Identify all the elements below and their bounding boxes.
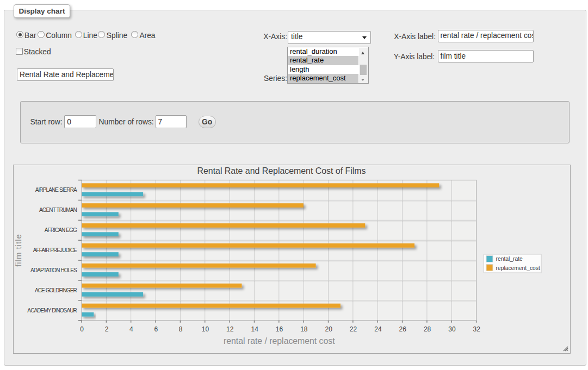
svg-text:Rental Rate and Replacement Co: Rental Rate and Replacement Cost of Film… [197, 166, 366, 175]
svg-text:AGENT TRUMAN: AGENT TRUMAN [39, 207, 77, 213]
svg-text:26: 26 [399, 325, 407, 333]
svg-text:0: 0 [80, 325, 84, 333]
svg-text:18: 18 [300, 325, 308, 333]
svg-text:8: 8 [179, 325, 183, 333]
svg-text:AFRICAN EGG: AFRICAN EGG [45, 227, 77, 233]
svg-text:rental_rate: rental_rate [496, 256, 523, 262]
svg-text:ACADEMY DINOSAUR: ACADEMY DINOSAUR [27, 308, 77, 313]
svg-text:22: 22 [350, 325, 357, 333]
svg-text:6: 6 [154, 325, 158, 333]
svg-text:ACE GOLDFINGER: ACE GOLDFINGER [35, 287, 77, 293]
svg-text:24: 24 [374, 325, 382, 333]
svg-text:32: 32 [473, 325, 481, 333]
svg-text:ADAPTATION HOLES: ADAPTATION HOLES [30, 267, 77, 273]
svg-text:10: 10 [202, 325, 209, 333]
svg-text:20: 20 [325, 325, 333, 333]
svg-text:12: 12 [226, 325, 234, 333]
svg-text:AFFAIR PREJUDICE: AFFAIR PREJUDICE [33, 247, 77, 253]
svg-text:AIRPLANE SIERRA: AIRPLANE SIERRA [35, 187, 77, 193]
svg-text:rental rate / replacement cost: rental rate / replacement cost [224, 336, 335, 346]
svg-text:30: 30 [448, 325, 456, 333]
svg-text:film title: film title [14, 234, 23, 267]
svg-text:4: 4 [129, 325, 133, 333]
svg-text:16: 16 [276, 325, 283, 333]
svg-text:14: 14 [251, 325, 258, 333]
svg-text:28: 28 [424, 325, 431, 333]
svg-text:replacement_cost: replacement_cost [496, 265, 540, 271]
svg-text:2: 2 [105, 325, 109, 333]
